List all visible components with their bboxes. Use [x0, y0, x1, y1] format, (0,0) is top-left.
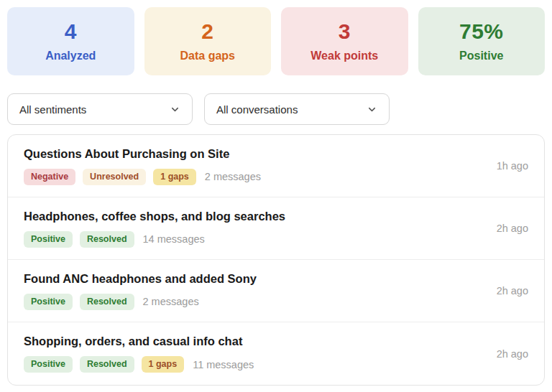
conversation-timestamp: 2h ago	[497, 285, 528, 297]
conversations-filter-dropdown[interactable]: All conversations	[204, 93, 390, 125]
conversations-filter-value: All conversations	[216, 103, 298, 116]
conversation-row[interactable]: Found ANC headphones and added Sony Posi…	[8, 260, 544, 322]
chevron-down-icon	[367, 104, 377, 115]
conversation-row[interactable]: Questions About Purchasing on Site Negat…	[8, 135, 544, 197]
sentiment-badge: Positive	[24, 231, 73, 248]
conversation-meta: Positive Resolved 1 gaps 11 messages	[24, 356, 254, 373]
conversation-timestamp: 2h ago	[497, 223, 528, 234]
stat-card-data-gaps: 2 Data gaps	[144, 7, 272, 75]
conversation-meta: Negative Unresolved 1 gaps 2 messages	[24, 169, 261, 185]
data-gaps-label: Data gaps	[180, 50, 235, 62]
resolution-badge: Unresolved	[83, 169, 146, 185]
sentiment-badge: Positive	[24, 356, 73, 373]
positive-label: Positive	[459, 50, 503, 62]
message-count: 14 messages	[143, 233, 205, 245]
stat-card-positive: 75% Positive	[418, 7, 546, 75]
filters-row: All sentiments All conversations	[7, 93, 545, 125]
chevron-down-icon	[170, 104, 180, 115]
message-count: 2 messages	[205, 171, 261, 182]
stat-card-weak-points: 3 Weak points	[281, 7, 408, 75]
weak-points-count: 3	[339, 21, 351, 42]
positive-percent: 75%	[459, 21, 504, 42]
conversation-row[interactable]: Headphones, coffee shops, and blog searc…	[8, 197, 544, 260]
analyzed-label: Analyzed	[45, 50, 96, 62]
conversation-timestamp: 2h ago	[497, 348, 528, 360]
conversation-summary: Headphones, coffee shops, and blog searc…	[24, 210, 285, 248]
conversation-meta: Positive Resolved 14 messages	[24, 231, 285, 248]
analyzed-count: 4	[65, 21, 77, 42]
stat-card-analyzed: 4 Analyzed	[7, 7, 134, 75]
conversation-title: Found ANC headphones and added Sony	[24, 272, 257, 286]
conversation-timestamp: 1h ago	[497, 160, 528, 172]
sentiments-filter-dropdown[interactable]: All sentiments	[7, 93, 193, 125]
sentiment-badge: Positive	[24, 294, 73, 310]
weak-points-label: Weak points	[310, 50, 378, 62]
conversation-row[interactable]: Shopping, orders, and casual info chat P…	[8, 322, 544, 385]
message-count: 2 messages	[143, 296, 199, 307]
resolution-badge: Resolved	[80, 294, 134, 310]
resolution-badge: Resolved	[80, 356, 134, 373]
gaps-badge: 1 gaps	[153, 169, 196, 185]
conversation-title: Shopping, orders, and casual info chat	[24, 335, 254, 348]
resolution-badge: Resolved	[80, 231, 134, 248]
conversation-summary: Shopping, orders, and casual info chat P…	[24, 335, 254, 373]
data-gaps-count: 2	[201, 21, 213, 42]
conversation-summary: Questions About Purchasing on Site Negat…	[24, 147, 261, 185]
stats-row: 4 Analyzed 2 Data gaps 3 Weak points 75%…	[7, 7, 545, 75]
gaps-badge: 1 gaps	[142, 356, 185, 373]
conversation-summary: Found ANC headphones and added Sony Posi…	[24, 272, 257, 310]
sentiment-badge: Negative	[24, 169, 75, 185]
conversation-meta: Positive Resolved 2 messages	[24, 294, 257, 310]
message-count: 11 messages	[193, 359, 254, 370]
conversation-list: Questions About Purchasing on Site Negat…	[7, 134, 545, 386]
sentiments-filter-value: All sentiments	[19, 103, 86, 116]
analysis-dashboard: 4 Analyzed 2 Data gaps 3 Weak points 75%…	[0, 0, 552, 392]
conversation-title: Questions About Purchasing on Site	[24, 147, 261, 161]
conversation-title: Headphones, coffee shops, and blog searc…	[24, 210, 285, 223]
